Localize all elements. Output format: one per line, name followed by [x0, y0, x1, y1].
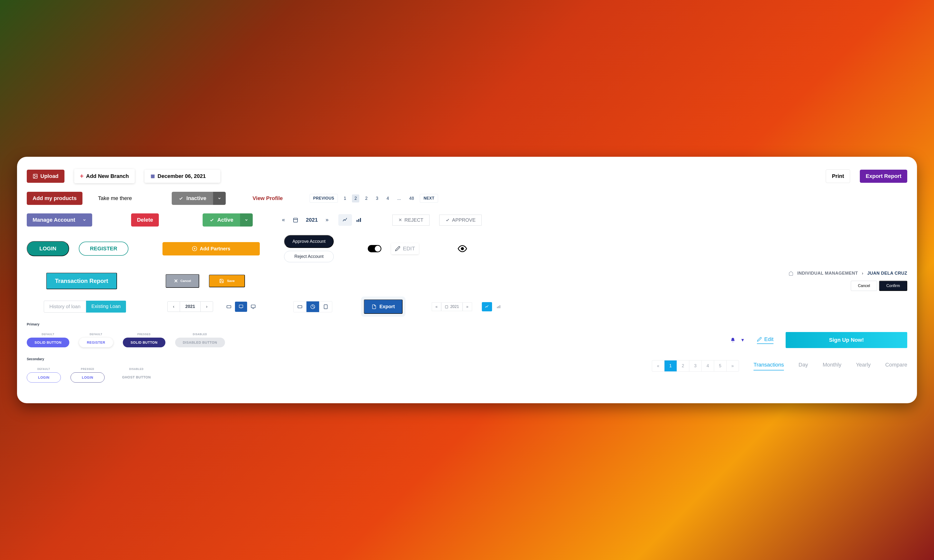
cancel-small-button[interactable]: Cancel [851, 281, 877, 291]
tab-transactions[interactable]: Transactions [754, 362, 784, 371]
login-button[interactable]: LOGIN [27, 241, 69, 256]
add-partners-button[interactable]: Add Partners [162, 242, 260, 255]
upload-button[interactable]: Upload [27, 170, 65, 183]
status-dropdown-inactive[interactable]: Inactive [172, 192, 226, 205]
secondary-pressed-button[interactable]: LOGIN [71, 372, 105, 383]
card-icon[interactable] [294, 302, 307, 312]
page-4[interactable]: 4 [384, 194, 391, 203]
reject-account-button[interactable]: Reject Account [284, 251, 334, 262]
file-icon[interactable] [319, 302, 332, 312]
check-icon [210, 217, 214, 222]
calendar-icon[interactable]: 2021 [441, 302, 462, 311]
export-button[interactable]: Export [364, 300, 402, 314]
export-icon [371, 304, 376, 309]
manage-account-dropdown[interactable]: Manage Account [27, 214, 92, 226]
pencil-icon [757, 337, 762, 342]
register-button[interactable]: REGISTER [79, 242, 128, 256]
breadcrumb-current: JUAN DELA CRUZ [867, 271, 907, 276]
status-dropdown-active[interactable]: Active [203, 214, 253, 226]
primary-pressed-button[interactable]: SOLID BUTTON [123, 338, 165, 347]
svg-rect-6 [357, 220, 358, 222]
approve-button[interactable]: APPROVE [439, 215, 482, 226]
breadcrumb: INDIVIDUAL MANAGEMENT › JUAN DELA CRUZ [789, 271, 907, 276]
view-profile-link[interactable]: View Profile [253, 195, 283, 202]
bar-chart-icon[interactable] [352, 214, 365, 226]
presentation-icon[interactable] [235, 302, 247, 312]
add-products-button[interactable]: Add my products [27, 192, 82, 205]
save-button[interactable]: Save [209, 275, 245, 287]
breadcrumb-item[interactable]: INDIVIDUAL MANAGEMENT [797, 271, 858, 276]
history-loan-tab[interactable]: History of loan [44, 301, 86, 312]
page-2-active[interactable]: 2 [352, 194, 359, 203]
line-chart-icon[interactable] [338, 214, 352, 226]
svg-rect-16 [251, 305, 255, 308]
cancel-button[interactable]: ✕ Cancel [166, 274, 199, 288]
chart-toggle-small [482, 302, 504, 311]
chevron-double-right-icon[interactable]: » [326, 217, 328, 223]
caret-down-icon[interactable]: ▼ [740, 338, 745, 343]
bar-chart-icon[interactable] [493, 302, 504, 311]
delete-button[interactable]: Delete [131, 214, 159, 226]
reject-button[interactable]: ✕ REJECT [392, 215, 430, 226]
svg-rect-3 [151, 174, 154, 175]
page-4[interactable]: 4 [702, 360, 714, 371]
chevron-down-icon[interactable] [240, 214, 253, 226]
print-button[interactable]: Print [826, 169, 850, 183]
date-picker-button[interactable]: December 06, 2021 [145, 170, 220, 183]
previous-button[interactable]: PREVIOUS [310, 194, 338, 203]
tab-compare[interactable]: Compare [885, 362, 907, 371]
secondary-default-button[interactable]: LOGIN [27, 372, 61, 383]
chevron-left-icon[interactable]: ‹ [168, 302, 180, 312]
page-5[interactable]: 5 [714, 360, 726, 371]
tab-monthly[interactable]: Monthly [823, 362, 842, 371]
export-report-button[interactable]: Export Report [860, 170, 907, 183]
page-48[interactable]: 48 [407, 194, 416, 203]
add-branch-button[interactable]: + Add New Branch [74, 169, 135, 183]
chevron-right-icon: › [862, 271, 863, 276]
chevron-double-left-icon[interactable]: « [432, 302, 441, 311]
pencil-icon [395, 246, 400, 251]
page-1[interactable]: 1 [341, 194, 348, 203]
loan-tabs: History of loan Existing Loan [44, 301, 126, 312]
chevron-double-left-icon[interactable]: « [282, 217, 285, 223]
line-chart-icon[interactable] [482, 302, 492, 311]
next-button[interactable]: NEXT [420, 194, 438, 203]
toggle-switch[interactable] [368, 245, 381, 252]
existing-loan-tab[interactable]: Existing Loan [86, 301, 126, 312]
primary-register-button[interactable]: REGISTER [79, 338, 113, 347]
eye-icon[interactable] [458, 244, 467, 253]
secondary-section-label: Secondary [27, 357, 225, 361]
pie-chart-icon[interactable] [307, 302, 319, 312]
chevron-down-icon[interactable] [213, 192, 226, 205]
sign-up-button[interactable]: Sign Up Now! [786, 332, 907, 348]
svg-point-1 [34, 175, 35, 176]
page-2[interactable]: 2 [363, 194, 370, 203]
primary-default-button[interactable]: SOLID BUTTON [27, 338, 69, 347]
year-display[interactable]: 2021 [180, 302, 201, 312]
tab-yearly[interactable]: Yearly [856, 362, 871, 371]
bell-icon[interactable] [730, 337, 735, 343]
check-icon [179, 196, 183, 201]
page-ellipsis: ... [395, 194, 403, 203]
chevron-double-right-icon[interactable]: » [462, 302, 472, 311]
monitor-icon[interactable] [247, 302, 259, 312]
approve-account-button[interactable]: Approve Account [284, 235, 334, 248]
page-3[interactable]: 3 [689, 360, 702, 371]
card-view-icon[interactable] [223, 302, 235, 312]
save-icon [219, 278, 224, 283]
edit-button[interactable]: EDIT [391, 243, 419, 254]
edit-link[interactable]: Edit [757, 336, 774, 344]
page-2[interactable]: 2 [677, 360, 689, 371]
confirm-small-button[interactable]: Confirm [879, 281, 907, 291]
page-3[interactable]: 3 [373, 194, 381, 203]
page-prev[interactable]: « [652, 360, 664, 371]
svg-rect-20 [324, 305, 327, 309]
transaction-report-button[interactable]: Transaction Report [46, 273, 117, 289]
chevron-right-icon[interactable]: › [201, 302, 213, 312]
page-next[interactable]: » [726, 360, 739, 371]
svg-rect-8 [360, 218, 361, 222]
home-icon[interactable] [789, 271, 794, 276]
take-me-there-link[interactable]: Take me there [92, 192, 138, 205]
tab-day[interactable]: Day [798, 362, 808, 371]
page-1[interactable]: 1 [664, 360, 677, 371]
